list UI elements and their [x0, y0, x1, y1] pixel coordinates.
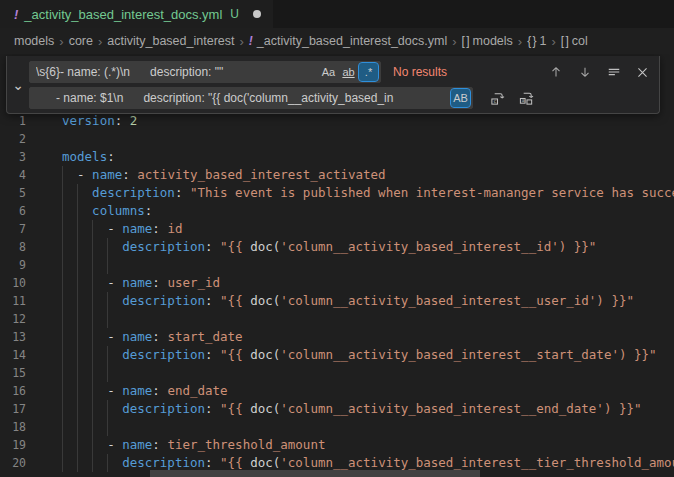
replace-input[interactable]: - name: $1\n description: "{{ doc('colum…: [29, 87, 473, 109]
match-case-toggle[interactable]: Aa: [319, 63, 338, 81]
line-number: 13: [0, 328, 26, 346]
code-line[interactable]: 3models:: [0, 148, 674, 166]
indent-guide: [107, 310, 108, 328]
breadcrumb-item[interactable]: [ ]models: [462, 34, 513, 48]
previous-match-button[interactable]: [545, 62, 566, 83]
tab-filename: _activity_based_interest_docs.yml: [24, 7, 222, 22]
code-line[interactable]: 8 description: "{{ doc('column__activity…: [0, 238, 674, 256]
breadcrumb-label: _activity_based_interest_docs.yml: [257, 34, 447, 48]
line-number: 14: [0, 346, 26, 364]
svg-text:c: c: [493, 98, 496, 104]
line-number: 18: [0, 418, 26, 436]
indent-guide: [77, 220, 78, 238]
indent-guide: [92, 256, 93, 274]
code-line[interactable]: 19 - name: tier_threshold_amount: [0, 436, 674, 454]
code-line[interactable]: 18: [0, 418, 674, 436]
code-line[interactable]: 11 description: "{{ doc('column__activit…: [0, 292, 674, 310]
breadcrumb-item[interactable]: models: [14, 34, 54, 48]
replace-row: - name: $1\n description: "{{ doc('colum…: [29, 87, 653, 109]
breadcrumb-item[interactable]: !_activity_based_interest_docs.yml: [249, 34, 447, 48]
line-number: 20: [0, 454, 26, 472]
code-line[interactable]: 7 - name: id: [0, 220, 674, 238]
indent-guide: [92, 292, 93, 310]
breadcrumb-item[interactable]: core: [69, 34, 93, 48]
array-symbol-icon: [ ]: [561, 34, 568, 48]
breadcrumb-label: models: [473, 34, 513, 48]
indent-guide: [92, 454, 93, 472]
indent-guide: [62, 238, 63, 256]
line-number: 7: [0, 220, 26, 238]
code-line[interactable]: 13 - name: start_date: [0, 328, 674, 346]
breadcrumb-item[interactable]: [ ]col: [561, 34, 588, 48]
indent-guide: [107, 400, 108, 418]
code-line-content: description: "{{ doc('column__activity_b…: [62, 346, 674, 364]
array-symbol-icon: [ ]: [462, 34, 469, 48]
breadcrumb-label: col: [572, 34, 588, 48]
indent-guide: [92, 418, 93, 436]
code-line[interactable]: 12: [0, 310, 674, 328]
code-line-content: [62, 130, 674, 148]
code-line[interactable]: 15: [0, 364, 674, 382]
indent-guide: [62, 346, 63, 364]
next-match-button[interactable]: [574, 62, 595, 83]
indent-guide: [62, 328, 63, 346]
code-line[interactable]: 17 description: "{{ doc('column__activit…: [0, 400, 674, 418]
code-line[interactable]: 2: [0, 130, 674, 148]
indent-guide: [77, 328, 78, 346]
indent-guide: [62, 364, 63, 382]
indent-guide: [92, 400, 93, 418]
editor-tab[interactable]: ! _activity_based_interest_docs.yml U: [0, 0, 273, 28]
yaml-warning-file-icon: !: [249, 34, 253, 48]
editor[interactable]: 1version: 223models:4 - name: activity_b…: [0, 54, 674, 477]
regex-toggle[interactable]: .*: [359, 63, 378, 81]
indent-guide: [77, 382, 78, 400]
find-results-status: No results: [393, 65, 447, 79]
indent-guide: [107, 256, 108, 274]
code-line[interactable]: 1version: 2: [0, 112, 674, 130]
code-line-content: columns:: [62, 202, 674, 220]
breadcrumb: models›core›activity_based_interest›!_ac…: [0, 28, 674, 54]
indent-guide: [77, 364, 78, 382]
code-line[interactable]: 5 description: "This event is published …: [0, 184, 674, 202]
breadcrumb-item[interactable]: { }1: [527, 34, 546, 48]
code-line-content: description: "{{ doc('column__activity_b…: [62, 292, 674, 310]
find-in-selection-button[interactable]: [603, 62, 624, 83]
indent-guide: [92, 310, 93, 328]
code-line[interactable]: 14 description: "{{ doc('column__activit…: [0, 346, 674, 364]
line-number: 19: [0, 436, 26, 454]
horizontal-scrollbar-thumb[interactable]: [150, 470, 480, 477]
toggle-replace-button[interactable]: ⌄: [7, 61, 29, 108]
find-input[interactable]: \s{6}- name: (.*)\n description: "" Aa a…: [29, 61, 381, 83]
replace-all-icon: a: [519, 91, 534, 106]
indent-guide: [62, 202, 63, 220]
line-number: 5: [0, 184, 26, 202]
replace-button[interactable]: c: [487, 88, 508, 109]
arrow-down-icon: [578, 65, 592, 79]
line-number: 2: [0, 130, 26, 148]
code-line[interactable]: 6 columns:: [0, 202, 674, 220]
indent-guide: [62, 220, 63, 238]
chevron-down-icon: ⌄: [12, 80, 24, 90]
code-line[interactable]: 9: [0, 256, 674, 274]
line-number: 11: [0, 292, 26, 310]
modified-dot-icon[interactable]: [253, 10, 261, 18]
indent-guide: [62, 454, 63, 472]
breadcrumb-separator: ›: [452, 34, 456, 49]
indent-guide: [77, 418, 78, 436]
line-number: 1: [0, 112, 26, 130]
svg-text:a: a: [522, 98, 525, 103]
code-line[interactable]: 16 - name: end_date: [0, 382, 674, 400]
breadcrumb-item[interactable]: activity_based_interest: [107, 34, 234, 48]
preserve-case-toggle[interactable]: AB: [451, 89, 470, 107]
arrow-up-icon: [549, 65, 563, 79]
breadcrumb-separator: ›: [98, 34, 102, 49]
code-line[interactable]: 4 - name: activity_based_interest_activa…: [0, 166, 674, 184]
close-find-widget-button[interactable]: [632, 62, 653, 83]
indent-guide: [107, 418, 108, 436]
replace-all-button[interactable]: a: [516, 88, 537, 109]
whole-word-toggle[interactable]: ab: [339, 63, 358, 81]
code-line-content: models:: [62, 148, 674, 166]
code-line-content: [62, 418, 674, 436]
code-line[interactable]: 10 - name: user_id: [0, 274, 674, 292]
line-number: 15: [0, 364, 26, 382]
